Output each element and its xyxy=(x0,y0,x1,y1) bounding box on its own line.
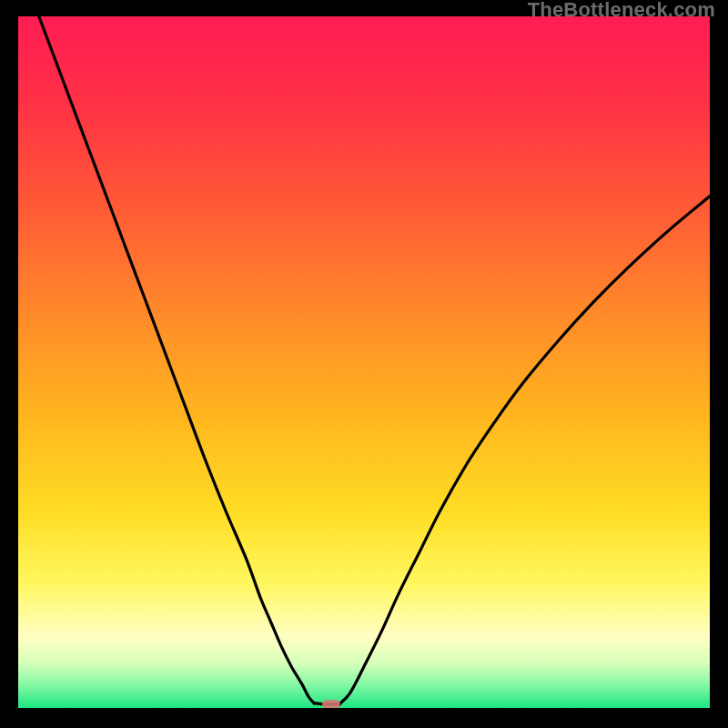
optimum-marker xyxy=(322,700,340,708)
chart-background-gradient xyxy=(18,16,710,708)
chart-frame xyxy=(15,13,713,712)
site-watermark: TheBottleneck.com xyxy=(528,0,715,22)
chart-svg xyxy=(18,16,710,708)
chart-plot-area xyxy=(18,16,710,708)
